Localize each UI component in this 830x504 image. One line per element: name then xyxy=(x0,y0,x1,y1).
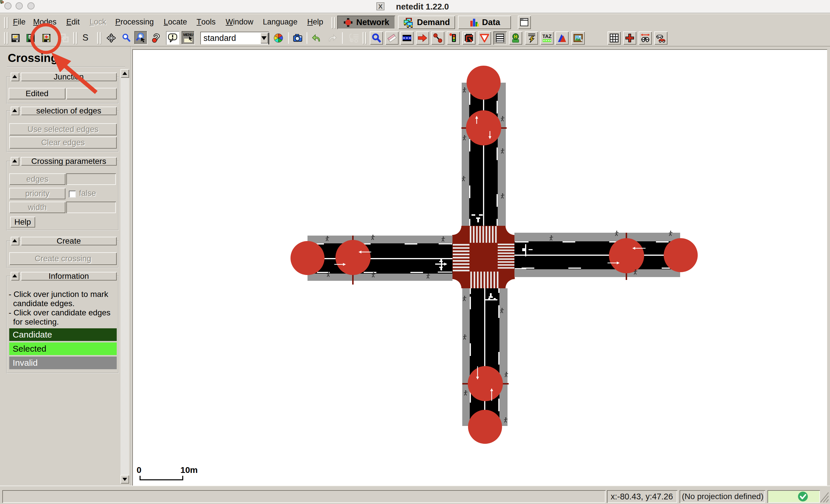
svg-text:TAZ: TAZ xyxy=(542,34,552,39)
svg-text:MENU: MENU xyxy=(183,33,193,37)
svg-text:10m: 10m xyxy=(181,465,198,475)
svg-text:H: H xyxy=(514,34,517,39)
svg-text:0: 0 xyxy=(137,465,141,475)
